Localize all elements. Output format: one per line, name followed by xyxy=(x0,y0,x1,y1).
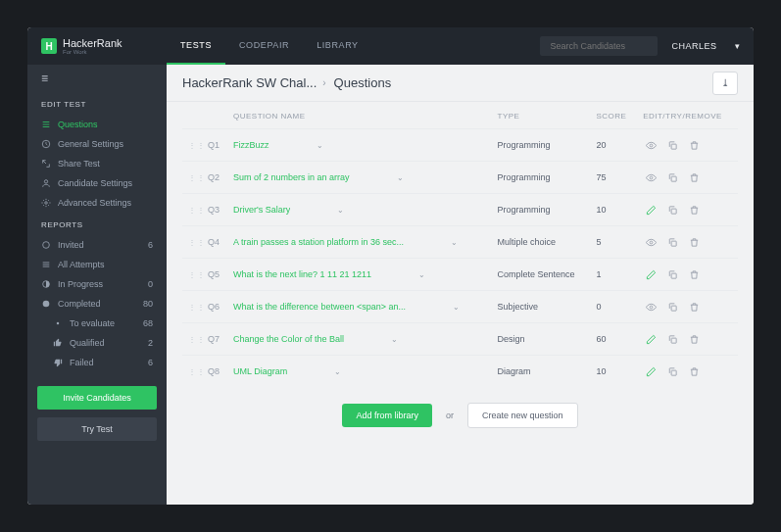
copy-button[interactable] xyxy=(664,266,680,282)
drag-icon: ⋮⋮ xyxy=(188,273,196,276)
copy-button[interactable] xyxy=(664,234,680,250)
drag-handle[interactable]: ⋮⋮ xyxy=(182,194,202,226)
user-name: CHARLES xyxy=(671,41,716,51)
sidebar-item-candidate-settings[interactable]: Candidate Settings xyxy=(27,173,167,193)
add-from-library-button[interactable]: Add from library xyxy=(342,404,432,427)
search-input[interactable] xyxy=(540,36,658,56)
sidebar-item-in-progress[interactable]: In Progress0 xyxy=(27,274,167,294)
edit-button[interactable] xyxy=(643,331,659,347)
remove-button[interactable] xyxy=(686,202,702,218)
chevron-down-icon[interactable]: ⌄ xyxy=(391,335,398,344)
sidebar-item-to-evaluate[interactable]: To evaluate68 xyxy=(27,314,167,333)
chevron-down-icon[interactable]: ⌄ xyxy=(397,173,404,182)
remove-button[interactable] xyxy=(686,137,702,153)
col-type: TYPE xyxy=(492,102,591,129)
sidebar-item-failed[interactable]: Failed6 xyxy=(27,353,167,372)
copy-button[interactable] xyxy=(664,137,680,153)
count-badge: 80 xyxy=(143,299,153,309)
question-link[interactable]: A train passes a station platform in 36 … xyxy=(233,237,404,247)
hamburger-button[interactable]: ≡ xyxy=(27,65,167,92)
question-link[interactable]: Driver's Salary xyxy=(233,205,290,215)
copy-button[interactable] xyxy=(664,363,680,379)
chevron-down-icon[interactable]: ⌄ xyxy=(334,367,341,376)
svg-point-4 xyxy=(45,202,48,205)
remove-button[interactable] xyxy=(686,331,702,347)
chevron-down-icon[interactable]: ⌄ xyxy=(453,303,460,312)
drag-handle[interactable]: ⋮⋮ xyxy=(182,129,202,162)
remove-button[interactable] xyxy=(686,299,702,314)
user-menu[interactable]: CHARLES ▾ xyxy=(671,41,740,51)
breadcrumb-test[interactable]: HackerRank SW Chal... xyxy=(182,75,317,90)
sidebar-item-completed[interactable]: Completed80 xyxy=(27,294,167,314)
remove-button[interactable] xyxy=(686,363,702,379)
chevron-down-icon[interactable]: ⌄ xyxy=(317,141,323,150)
question-score: 75 xyxy=(591,162,638,194)
create-new-question-button[interactable]: Create new question xyxy=(467,403,578,428)
remove-button[interactable] xyxy=(686,169,702,185)
drag-handle[interactable]: ⋮⋮ xyxy=(182,323,202,356)
chevron-down-icon[interactable]: ⌄ xyxy=(418,270,425,279)
sidebar-item-general-settings[interactable]: General Settings xyxy=(27,134,167,154)
drag-handle[interactable]: ⋮⋮ xyxy=(182,259,202,291)
sidebar-item-share-test[interactable]: Share Test xyxy=(27,154,167,173)
drag-handle[interactable]: ⋮⋮ xyxy=(182,162,202,194)
sidebar-item-invited[interactable]: Invited6 xyxy=(27,235,167,255)
question-score: 20 xyxy=(591,129,638,162)
sidebar-item-advanced-settings[interactable]: Advanced Settings xyxy=(27,193,167,213)
remove-button[interactable] xyxy=(686,234,702,250)
question-link[interactable]: UML Diagram xyxy=(233,366,287,376)
questions-table: QUESTION NAME TYPE SCORE EDIT/TRY/REMOVE… xyxy=(182,102,738,387)
view-button[interactable] xyxy=(643,299,659,314)
drag-icon: ⋮⋮ xyxy=(188,241,196,244)
chevron-down-icon[interactable]: ⌄ xyxy=(451,238,458,247)
table-row: ⋮⋮Q3Driver's Salary⌄Programming10 xyxy=(182,194,738,226)
question-score: 60 xyxy=(591,323,638,356)
copy-button[interactable] xyxy=(664,299,680,314)
svg-point-3 xyxy=(44,180,47,183)
edit-button[interactable] xyxy=(643,363,659,379)
question-link[interactable]: Sum of 2 numbers in an array xyxy=(233,172,350,182)
copy-button[interactable] xyxy=(664,331,680,347)
sidebar-item-qualified[interactable]: Qualified2 xyxy=(27,333,167,353)
chevron-down-icon[interactable]: ⌄ xyxy=(337,206,344,215)
brand-subtitle: For Work xyxy=(63,49,122,55)
drag-handle[interactable]: ⋮⋮ xyxy=(182,226,202,259)
question-type: Multiple choice xyxy=(492,226,591,259)
edit-button[interactable] xyxy=(643,202,659,218)
question-link[interactable]: What is the next line? 1 11 21 1211 xyxy=(233,269,371,279)
drag-icon: ⋮⋮ xyxy=(188,370,196,373)
try-test-button[interactable]: Try Test xyxy=(37,417,157,441)
view-button[interactable] xyxy=(643,169,659,185)
copy-button[interactable] xyxy=(664,202,680,218)
drag-handle[interactable]: ⋮⋮ xyxy=(182,291,202,323)
main-panel: HackerRank SW Chal... › Questions ⤓ QUES… xyxy=(167,65,754,505)
download-button[interactable]: ⤓ xyxy=(712,72,738,95)
tab-library[interactable]: LIBRARY xyxy=(303,27,372,65)
sidebar-item-label: Share Test xyxy=(58,159,100,169)
invite-candidates-button[interactable]: Invite Candidates xyxy=(37,386,157,410)
sidebar-item-questions[interactable]: Questions xyxy=(27,115,167,134)
view-button[interactable] xyxy=(643,137,659,153)
tab-codepair[interactable]: CODEPAIR xyxy=(225,27,303,65)
copy-button[interactable] xyxy=(664,169,680,185)
sidebar-item-label: Candidate Settings xyxy=(58,178,132,188)
remove-button[interactable] xyxy=(686,266,702,282)
question-type: Programming xyxy=(492,162,591,194)
table-row: ⋮⋮Q5What is the next line? 1 11 21 1211⌄… xyxy=(182,259,738,291)
share-icon xyxy=(41,159,51,169)
brand-logo[interactable]: H HackerRank For Work xyxy=(27,37,167,55)
half-icon xyxy=(41,279,51,289)
tab-tests[interactable]: TESTS xyxy=(167,27,225,65)
hamburger-icon: ≡ xyxy=(41,72,48,85)
sidebar-item-all-attempts[interactable]: All Attempts xyxy=(27,255,167,274)
sidebar-item-label: Invited xyxy=(58,240,84,250)
question-link[interactable]: What is the difference between <span> an… xyxy=(233,302,406,312)
edit-button[interactable] xyxy=(643,266,659,282)
drag-handle[interactable]: ⋮⋮ xyxy=(182,356,202,388)
view-button[interactable] xyxy=(643,234,659,250)
svg-point-5 xyxy=(43,242,50,249)
question-link[interactable]: FizzBuzz xyxy=(233,140,269,150)
drag-icon: ⋮⋮ xyxy=(188,306,196,309)
col-actions: EDIT/TRY/REMOVE xyxy=(637,102,738,129)
question-link[interactable]: Change the Color of the Ball xyxy=(233,334,344,344)
